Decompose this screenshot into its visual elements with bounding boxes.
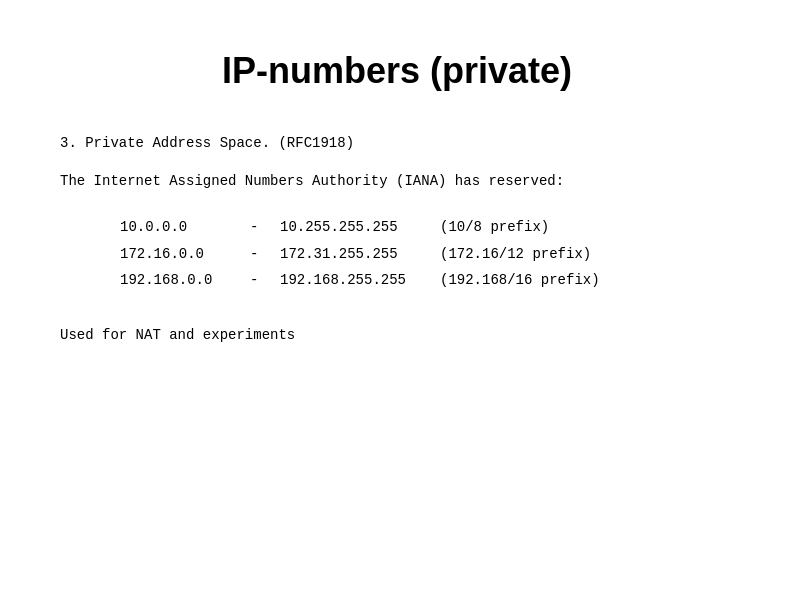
- ip-table: 10.0.0.0 - 10.255.255.255 (10/8 prefix) …: [120, 214, 734, 294]
- footer-text: Used for NAT and experiments: [60, 324, 734, 346]
- ip-prefix-2: (172.16/12 prefix): [440, 241, 591, 268]
- ip-dash-2: -: [250, 241, 280, 268]
- ip-prefix-1: (10/8 prefix): [440, 214, 549, 241]
- ip-end-3: 192.168.255.255: [280, 267, 440, 294]
- paragraph-iana: The Internet Assigned Numbers Authority …: [60, 170, 734, 194]
- table-row: 10.0.0.0 - 10.255.255.255 (10/8 prefix): [120, 214, 734, 241]
- ip-start-2: 172.16.0.0: [120, 241, 250, 268]
- ip-end-1: 10.255.255.255: [280, 214, 440, 241]
- section-header: 3. Private Address Space. (RFC1918): [60, 132, 734, 154]
- table-row: 172.16.0.0 - 172.31.255.255 (172.16/12 p…: [120, 241, 734, 268]
- slide: IP-numbers (private) 3. Private Address …: [0, 0, 794, 595]
- table-row: 192.168.0.0 - 192.168.255.255 (192.168/1…: [120, 267, 734, 294]
- ip-prefix-3: (192.168/16 prefix): [440, 267, 600, 294]
- content-area: 3. Private Address Space. (RFC1918) The …: [60, 132, 734, 346]
- paragraph-text: The Internet Assigned Numbers Authority …: [60, 173, 564, 189]
- ip-start-1: 10.0.0.0: [120, 214, 250, 241]
- ip-dash-3: -: [250, 267, 280, 294]
- ip-end-2: 172.31.255.255: [280, 241, 440, 268]
- ip-dash-1: -: [250, 214, 280, 241]
- page-title: IP-numbers (private): [60, 50, 734, 92]
- ip-start-3: 192.168.0.0: [120, 267, 250, 294]
